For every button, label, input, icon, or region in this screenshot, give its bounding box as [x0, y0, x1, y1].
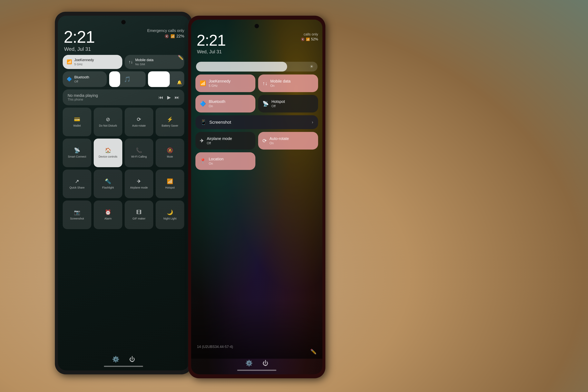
mobile-tile-info: Mobile data No SIM — [135, 58, 154, 66]
volume-slider[interactable]: 🎵 — [109, 71, 146, 87]
left-phone-screen: 2:21 Wed, Jul 31 Emergency calls only 🔇 … — [58, 16, 189, 370]
flashlight-tile[interactable]: 🔦 Flashlight — [94, 170, 122, 198]
right-time: 2:21 — [196, 31, 226, 50]
blur-overlay — [191, 300, 322, 359]
prev-button[interactable]: ⏮ — [158, 95, 163, 100]
right-screenshot-tile[interactable]: 📱 Screenshot › — [196, 115, 318, 129]
wifi-calling-label: Wi-Fi Calling — [131, 155, 146, 158]
right-screenshot-title: Screenshot — [209, 120, 231, 125]
play-button[interactable]: ▶ — [167, 95, 171, 100]
right-wifi-sub: 5 GHz — [209, 84, 230, 88]
right-location-title: Location — [209, 157, 224, 161]
wallet-label: Wallet — [73, 124, 81, 128]
right-autorotate-tile[interactable]: ⟳ Auto-rotate On — [258, 132, 318, 150]
qs-grid: 💳 Wallet ⊘ Do Not Disturb ⟳ Auto-rotate … — [63, 108, 184, 229]
brightness-fill — [196, 62, 287, 72]
media-text: No media playing — [68, 93, 98, 98]
airplane-tile[interactable]: ✈ Airplane mode — [125, 170, 153, 198]
right-mobile-info: Mobile data On — [270, 79, 290, 88]
screenshot-tile[interactable]: 📷 Screenshot — [63, 200, 91, 229]
right-autorotate-info: Auto-rotate On — [270, 136, 289, 145]
quick-share-label: Quick Share — [70, 186, 84, 189]
battery-saver-tile[interactable]: ⚡ Battery Saver — [156, 108, 184, 136]
airplane-label: Airplane mode — [130, 186, 148, 189]
right-power-button[interactable]: ⏻ — [262, 360, 268, 366]
right-screenshot-arrow: › — [312, 120, 313, 125]
music-note-icon: 🎵 — [124, 76, 131, 82]
media-info: No media playing This phone — [68, 93, 98, 101]
right-mobile-tile[interactable]: ↑↓ Mobile data On — [258, 74, 318, 92]
right-date: Wed, Jul 31 — [197, 49, 222, 54]
bluetooth-tile[interactable]: 🔷 Bluetooth Off — [63, 71, 107, 87]
right-settings-button[interactable]: ⚙️ — [246, 360, 253, 366]
hotspot-tile[interactable]: 📶 Hotspot — [156, 170, 184, 198]
alarm-tile[interactable]: ⏰ Alarm — [94, 200, 122, 229]
left-date: Wed, Jul 31 — [64, 46, 91, 52]
right-wifi-tile[interactable]: 📶 JoeKennedy 5 GHz — [196, 74, 256, 92]
night-light-tile[interactable]: 🌙 Night Light — [156, 200, 184, 229]
bluetooth-subtitle: Off — [74, 80, 89, 83]
right-wifi-info: JoeKennedy 5 GHz — [209, 79, 230, 88]
mute-icon: 🔇 — [165, 34, 169, 38]
right-wifi-icon-tile: 📶 — [200, 80, 206, 86]
gif-maker-icon: 🎞 — [136, 209, 142, 216]
right-hotspot-info: Hotspot Off — [272, 99, 285, 108]
mute-tile[interactable]: 🔕 Mute — [156, 138, 184, 167]
right-airplane-sub: Off — [207, 142, 232, 145]
right-hotspot-sub: Off — [272, 104, 285, 108]
right-bluetooth-icon: 🔷 — [200, 101, 206, 107]
right-mobile-sub: On — [270, 84, 290, 88]
wifi-tile-subtitle: 5 GHz — [74, 62, 94, 66]
left-time: 2:21 — [64, 28, 94, 47]
right-row-3: ✈ Airplane mode Off ⟳ Auto-rotate On — [196, 132, 318, 150]
dnd-icon: ⊘ — [106, 116, 110, 122]
right-airplane-icon: ✈ — [200, 138, 204, 144]
device-controls-icon: 🏠 — [105, 148, 111, 154]
left-status-right: Emergency calls only 🔇 📶 22% — [147, 28, 184, 38]
mobile-tile-title: Mobile data — [135, 58, 154, 62]
right-edit-icon[interactable]: ✏️ — [310, 349, 316, 355]
flashlight-label: Flashlight — [102, 186, 114, 189]
wifi-calling-tile[interactable]: 📞 Wi-Fi Calling — [125, 138, 153, 167]
right-bluetooth-tile[interactable]: 🔷 Bluetooth On — [196, 95, 256, 112]
night-light-icon: 🌙 — [167, 209, 173, 216]
gif-maker-tile[interactable]: 🎞 GIF maker — [125, 200, 153, 229]
mobile-tile-icon: ↑↓ — [128, 60, 133, 64]
left-power-button[interactable]: ⏻ — [129, 356, 135, 362]
mobile-data-tile[interactable]: ↑↓ Mobile data No SIM — [125, 55, 184, 69]
left-emergency-text: Emergency calls only — [147, 28, 184, 33]
autorotate-tile[interactable]: ⟳ Auto-rotate — [125, 108, 153, 136]
right-hotspot-icon: 📡 — [262, 101, 269, 107]
smart-connect-tile[interactable]: 📡 Smart Connect — [63, 138, 91, 167]
brightness-slider[interactable]: 🔔 — [148, 71, 184, 87]
right-bt-info: Bluetooth On — [209, 99, 226, 108]
wifi-tile-info: JoeKennedy 5 GHz — [74, 58, 94, 66]
right-phone-screen: 2:21 Wed, Jul 31 calls only 🔇 📶 52% ☀ — [191, 20, 322, 374]
smart-connect-icon: 📡 — [74, 148, 80, 154]
right-emergency: calls only — [304, 32, 318, 36]
right-row-2: 🔷 Bluetooth On 📡 Hotspot Off — [196, 95, 318, 112]
hotspot-icon: 📶 — [167, 178, 173, 184]
left-home-bar[interactable] — [104, 366, 143, 367]
wallet-tile[interactable]: 💳 Wallet — [63, 108, 91, 136]
next-button[interactable]: ⏭ — [175, 95, 179, 100]
scene: 2:21 Wed, Jul 31 Emergency calls only 🔇 … — [0, 0, 588, 392]
right-location-icon: 📍 — [200, 158, 206, 164]
device-controls-tile[interactable]: 🏠 Device controls — [94, 138, 122, 167]
right-airplane-info: Airplane mode Off — [207, 136, 232, 145]
right-row-1: 📶 JoeKennedy 5 GHz ↑↓ Mobile data On — [196, 74, 318, 92]
quick-share-tile[interactable]: ↗ Quick Share — [63, 170, 91, 198]
dnd-tile[interactable]: ⊘ Do Not Disturb — [94, 108, 122, 136]
mute-tile-icon: 🔕 — [167, 148, 173, 154]
left-settings-button[interactable]: ⚙️ — [112, 356, 119, 362]
autorotate-label: Auto-rotate — [132, 124, 146, 128]
wifi-tile[interactable]: 📶 JoeKennedy 5 GHz — [63, 55, 122, 69]
right-location-tile[interactable]: 📍 Location On — [196, 152, 256, 170]
autorotate-icon: ⟳ — [137, 116, 141, 122]
right-airplane-tile[interactable]: ✈ Airplane mode Off — [196, 132, 256, 150]
right-hotspot-tile[interactable]: 📡 Hotspot Off — [258, 95, 318, 112]
right-home-bar[interactable] — [237, 370, 276, 371]
wallet-icon: 💳 — [74, 116, 80, 122]
right-brightness-bar[interactable]: ☀ — [196, 62, 318, 72]
right-mobile-icon: ↑↓ — [262, 80, 268, 86]
